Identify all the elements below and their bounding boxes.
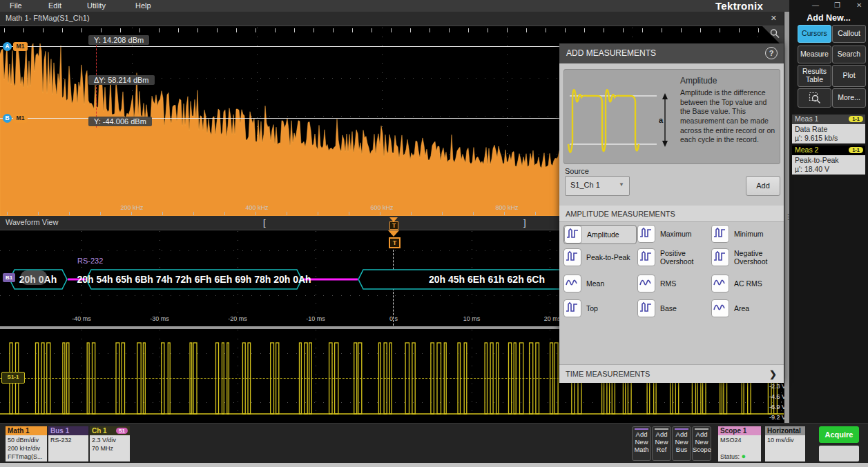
measurement-negative-overshoot-button[interactable]: Negative Overshoot	[711, 248, 783, 266]
cursor-a-trace-badge[interactable]: M1	[13, 42, 28, 51]
time-measurements-bar[interactable]: TIME MEASUREMENTS ❯	[559, 364, 784, 383]
add-search-button[interactable]: Search	[832, 46, 866, 63]
drag-handle-overlay[interactable]	[21, 270, 47, 285]
measurement-rms-button[interactable]: RMS	[637, 275, 709, 292]
measurement-label: RMS	[660, 279, 676, 288]
add-results-table-button[interactable]: Results Table	[798, 65, 831, 87]
meas2-badge[interactable]: Meas 2 1-1	[792, 146, 865, 155]
ch1-badge[interactable]: Ch 1 S1	[90, 426, 130, 435]
divider-grip[interactable]: ⋮	[784, 212, 789, 221]
add-new-header: Add New...	[789, 13, 868, 23]
cursor-b-badge[interactable]: B	[3, 114, 12, 123]
measurement-positive-overshoot-button[interactable]: Positive Overshoot	[637, 248, 709, 266]
magnifier-icon[interactable]	[769, 28, 780, 39]
cursor-a-badge[interactable]: A	[3, 42, 12, 51]
freq-tick-label: 600 kHz	[370, 204, 393, 211]
add-callout-button[interactable]: Callout	[832, 25, 866, 43]
zoom-select-icon	[809, 92, 821, 104]
math1-settings[interactable]: 50 dBm/div 200 kHz/div FFTmag(S...	[6, 435, 47, 461]
tekscope-app: File Edit Utility Help Tektronix Math 1-…	[0, 0, 868, 467]
math1-badge[interactable]: Math 1	[6, 426, 47, 435]
more-button[interactable]: More...	[832, 88, 866, 108]
cursor-a-readout[interactable]: Y: 14.208 dBm	[88, 35, 149, 45]
fft-view-title: Math 1- FftMag(S1_Ch1)	[6, 14, 90, 22]
status-dot-icon: ●	[742, 452, 746, 460]
zoom-bracket-right[interactable]: ]	[523, 217, 526, 228]
restore-button[interactable]: ❐	[834, 1, 840, 9]
waveform-view-title: Waveform View	[6, 218, 58, 226]
trigger-marker-arrow[interactable]	[388, 230, 399, 237]
measurement-label: Mean	[586, 279, 604, 288]
accent-line	[655, 428, 668, 430]
volt-scale-label: -6.9 V	[758, 404, 786, 410]
volt-scale-label: -9.2 V	[758, 414, 786, 421]
measurement-amplitude-button[interactable]: Amplitude	[563, 225, 637, 244]
acquire-button[interactable]: Acquire	[819, 426, 859, 443]
horizontal-settings[interactable]: 10 ms/div	[765, 435, 805, 461]
add-button[interactable]: Add	[746, 176, 780, 196]
measurement-base-button[interactable]: Base	[637, 299, 709, 317]
menu-edit[interactable]: Edit	[48, 1, 61, 10]
source-dropdown[interactable]: S1_Ch 1 ▼	[565, 176, 630, 196]
ch1-settings[interactable]: 2.3 V/div 70 MHz	[90, 435, 130, 461]
trigger-marker[interactable]: T	[389, 237, 401, 248]
dialog-titlebar[interactable]: ADD MEASUREMENTS ?	[559, 43, 784, 63]
measurement-ac-rms-button[interactable]: AC RMS	[711, 275, 783, 292]
zoom-select-button[interactable]	[798, 88, 831, 108]
menu-help[interactable]: Help	[135, 1, 151, 10]
add-new-label: Add New Ref	[653, 430, 671, 453]
measurement-top-button[interactable]: Top	[563, 299, 635, 317]
meas2-body[interactable]: Peak-to-Peak µ': 18.40 V	[792, 155, 865, 175]
meas1-value: µ': 9.615 kb/s	[795, 134, 862, 143]
add-new-ref-button[interactable]: Add New Ref	[652, 426, 671, 461]
menu-utility[interactable]: Utility	[87, 1, 106, 10]
measurement-minimum-button[interactable]: Minimum	[711, 225, 783, 243]
add-new-bus-button[interactable]: Add New Bus	[672, 426, 691, 461]
acquire-secondary-button[interactable]	[819, 446, 859, 461]
tektronix-logo: Tektronix	[715, 0, 763, 12]
volt-scale-label: -4.6 V	[758, 393, 786, 400]
bus-b1-badge[interactable]: B1	[3, 273, 15, 282]
menu-file[interactable]: File	[10, 1, 22, 10]
meas2-value: µ': 18.40 V	[795, 165, 862, 174]
help-icon[interactable]: ?	[765, 47, 778, 59]
add-measure-button[interactable]: Measure	[798, 46, 831, 63]
ch1-title: Ch 1	[92, 427, 107, 435]
horizontal-badge[interactable]: Horizontal	[765, 426, 805, 435]
close-button[interactable]: ✕	[856, 1, 862, 9]
meas1-badge[interactable]: Meas 1 1-1	[792, 115, 865, 124]
bus1-settings[interactable]: RS-232	[48, 435, 88, 461]
signal-source-badge[interactable]: S1-1	[1, 372, 25, 384]
cursor-delta-readout[interactable]: ΔY: 58.214 dBm	[88, 75, 155, 85]
bus1-badge[interactable]: Bus 1	[48, 426, 88, 435]
add-plot-button[interactable]: Plot	[832, 65, 866, 87]
cursor-b-trace-badge[interactable]: M1	[13, 114, 28, 123]
add-new-label: Add New Math	[633, 430, 650, 453]
bottom-edge	[0, 463, 868, 467]
base-icon	[637, 299, 655, 317]
amplitude-measurements-header: AMPLITUDE MEASUREMENTS	[559, 206, 784, 222]
add-new-scope-button[interactable]: Add New Scope	[692, 426, 711, 461]
peak-to-peak-icon	[563, 248, 581, 266]
meas1-body[interactable]: Data Rate µ': 9.615 kb/s	[792, 124, 865, 143]
trigger-marker-small[interactable]: T	[389, 221, 398, 230]
menu-bar: File Edit Utility Help Tektronix	[0, 0, 789, 12]
cursor-b-readout[interactable]: Y: -44.006 dBm	[88, 117, 152, 126]
measurement-peak-to-peak-button[interactable]: Peak-to-Peak	[563, 248, 635, 266]
add-cursors-button[interactable]: Cursors	[798, 25, 831, 43]
mean-icon	[563, 275, 581, 292]
meas1-type: Data Rate	[795, 125, 862, 134]
measurement-maximum-button[interactable]: Maximum	[637, 225, 709, 243]
minimize-button[interactable]: —	[812, 1, 819, 9]
fft-close-icon[interactable]: ✕	[771, 14, 777, 23]
time-tick-label: -30 ms	[150, 315, 169, 322]
add-new-math-button[interactable]: Add New Math	[632, 426, 651, 461]
sidebar: — ❐ ✕ Add New... Cursors Callout Measure…	[789, 0, 868, 423]
measurement-mean-button[interactable]: Mean	[563, 275, 635, 292]
measurement-label: Peak-to-Peak	[586, 253, 630, 261]
scope1-panel[interactable]: MSO24 Status: ●	[718, 435, 761, 461]
zoom-bracket-left[interactable]: [	[263, 217, 266, 228]
scope1-badge[interactable]: Scope 1	[718, 426, 761, 435]
measurement-area-button[interactable]: Area	[711, 299, 783, 317]
accent-line	[675, 428, 688, 430]
